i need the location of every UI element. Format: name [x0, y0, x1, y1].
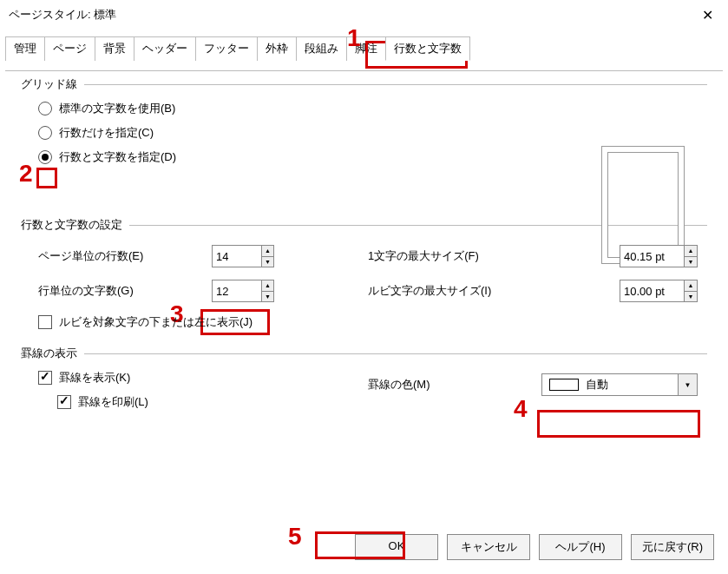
tab-text-grid[interactable]: 行数と文字数 — [385, 36, 470, 61]
close-icon[interactable]: ✕ — [690, 2, 725, 28]
group-settings-title: 行数と文字数の設定 — [21, 217, 122, 233]
ruled-color-label: 罫線の色(M) — [368, 377, 515, 393]
spin-down-icon[interactable]: ▼ — [685, 292, 697, 302]
max-char-size-input[interactable] — [620, 246, 684, 267]
lines-per-page-input[interactable] — [213, 246, 261, 267]
ok-button[interactable]: OK — [355, 534, 438, 560]
tab-organizer[interactable]: 管理 — [5, 36, 45, 61]
radio-standard-chars[interactable]: 標準の文字数を使用(B) — [38, 101, 707, 116]
spin-down-icon[interactable]: ▼ — [685, 257, 697, 267]
lines-per-page-spinner[interactable]: ▲ ▼ — [212, 245, 274, 267]
ruby-max-size-spinner[interactable]: ▲ ▼ — [620, 280, 698, 302]
checkbox-icon — [38, 315, 52, 329]
group-grid-title: グリッド線 — [21, 76, 77, 92]
lines-per-page-label: ページ単位の行数(E) — [38, 248, 212, 264]
chars-per-line-spinner[interactable]: ▲ ▼ — [212, 280, 274, 302]
radio-lines-only[interactable]: 行数だけを指定(C) — [38, 125, 707, 141]
chevron-down-icon: ▼ — [678, 374, 697, 395]
chars-per-line-input[interactable] — [213, 280, 261, 301]
group-ruled-title: 罫線の表示 — [21, 346, 77, 361]
ruby-max-size-label: ルビ文字の最大サイズ(I) — [368, 283, 541, 299]
tab-footnote[interactable]: 脚注 — [346, 36, 386, 61]
chars-per-line-label: 行単位の文字数(G) — [38, 283, 212, 299]
print-ruled-checkbox[interactable]: 罫線を印刷(L) — [57, 394, 707, 410]
tab-borders[interactable]: 外枠 — [257, 36, 297, 61]
ruby-max-size-input[interactable] — [620, 280, 684, 301]
annotation-5: 5 — [288, 523, 302, 551]
dialog-buttons: OK キャンセル ヘルプ(H) 元に戻す(R) — [355, 534, 714, 560]
group-ruled: 罫線の表示 罫線を表示(K) 罫線の色(M) 自動 ▼ 罫線を印刷(L) — [21, 346, 707, 410]
spin-up-icon[interactable]: ▲ — [685, 280, 697, 292]
spin-up-icon[interactable]: ▲ — [262, 246, 273, 257]
ruby-below-left-checkbox[interactable]: ルビを対象文字の下または左に表示(J) — [38, 314, 707, 330]
tab-footer[interactable]: フッター — [195, 36, 258, 61]
radio-icon — [38, 150, 52, 164]
checkbox-icon — [57, 395, 71, 409]
reset-button[interactable]: 元に戻す(R) — [631, 534, 714, 560]
window-title: ページスタイル: 標準 — [9, 7, 116, 23]
spin-up-icon[interactable]: ▲ — [685, 246, 697, 257]
spin-down-icon[interactable]: ▼ — [262, 257, 273, 267]
max-char-size-label: 1文字の最大サイズ(F) — [368, 248, 541, 264]
titlebar: ページスタイル: 標準 ✕ — [0, 0, 728, 30]
color-swatch-icon — [549, 379, 579, 391]
help-button[interactable]: ヘルプ(H) — [539, 534, 622, 560]
spin-up-icon[interactable]: ▲ — [262, 280, 273, 292]
radio-icon — [38, 102, 52, 115]
spin-down-icon[interactable]: ▼ — [262, 292, 273, 302]
radio-icon — [38, 126, 52, 140]
max-char-size-spinner[interactable]: ▲ ▼ — [620, 245, 698, 267]
checkbox-icon — [38, 371, 52, 385]
cancel-button[interactable]: キャンセル — [447, 534, 530, 560]
tab-header[interactable]: ヘッダー — [134, 36, 196, 61]
tab-bar: 管理 ページ 背景 ヘッダー フッター 外枠 段組み 脚注 行数と文字数 — [5, 36, 723, 61]
tab-columns[interactable]: 段組み — [296, 36, 347, 61]
tab-background[interactable]: 背景 — [95, 36, 134, 61]
ruled-color-dropdown[interactable]: 自動 ▼ — [541, 373, 698, 396]
tab-page[interactable]: ページ — [44, 36, 95, 61]
